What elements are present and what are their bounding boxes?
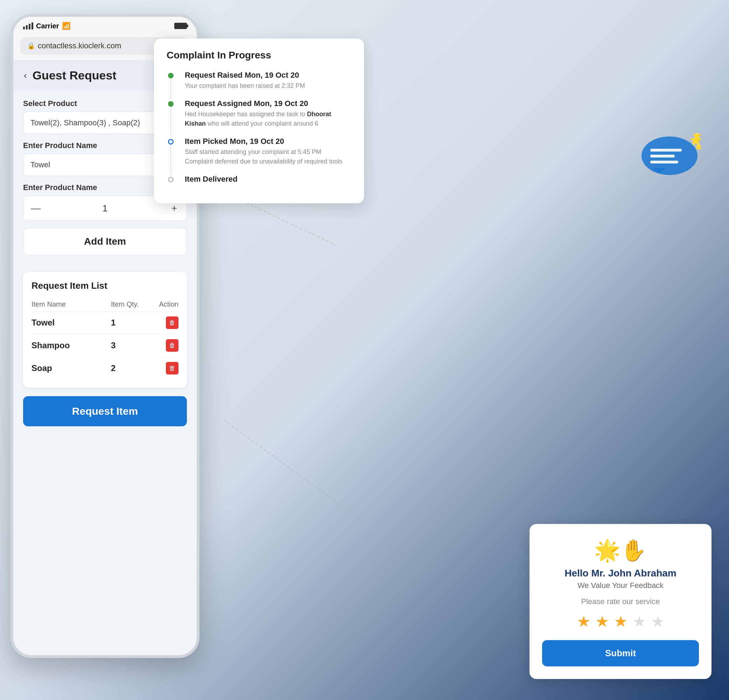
item-list-card: Request Item List Item Name Item Qty. Ac… xyxy=(23,272,187,388)
status-bar: Carrier 📶 xyxy=(13,17,197,33)
lock-icon: 🔒 xyxy=(27,42,35,50)
item-name: Soap xyxy=(32,363,111,373)
page-title: Guest Request xyxy=(33,68,116,82)
svg-rect-6 xyxy=(650,161,678,163)
star-5[interactable]: ★ xyxy=(651,613,665,630)
rate-label: Please rate our service xyxy=(542,597,699,606)
item-name: Towel xyxy=(32,318,111,328)
wifi-icon: 📶 xyxy=(62,22,71,30)
timeline-dot xyxy=(168,177,174,182)
complaint-card: Complaint In Progress Request Raised Mon… xyxy=(154,39,364,203)
timeline-event-title: Item Picked Mon, 19 Oct 20 xyxy=(185,137,351,146)
complaint-title: Complaint In Progress xyxy=(167,50,351,61)
timeline-event-desc: Staff started attending your complaint a… xyxy=(185,147,351,166)
submit-button[interactable]: Submit xyxy=(542,640,699,667)
stars-rating[interactable]: ★★★★★ xyxy=(542,613,699,630)
add-item-button[interactable]: Add Item xyxy=(23,228,187,255)
timeline: Request Raised Mon, 19 Oct 20 Your compl… xyxy=(167,71,351,184)
timeline-dot xyxy=(168,101,174,107)
item-qty: 3 xyxy=(111,341,151,350)
star-4[interactable]: ★ xyxy=(632,613,646,630)
star-3[interactable]: ★ xyxy=(614,613,627,630)
star-1[interactable]: ★ xyxy=(577,613,590,630)
timeline-item: Item Picked Mon, 19 Oct 20 Staff started… xyxy=(175,137,351,166)
item-qty: 2 xyxy=(111,363,151,373)
star-2[interactable]: ★ xyxy=(595,613,609,630)
delete-button[interactable]: 🗑 xyxy=(166,362,179,375)
table-header: Item Name Item Qty. Action xyxy=(32,298,179,311)
quantity-value: 1 xyxy=(48,203,162,214)
timeline-dot xyxy=(168,73,174,78)
item-list-title: Request Item List xyxy=(32,280,179,291)
item-name: Shampoo xyxy=(32,341,111,350)
timeline-dot xyxy=(168,139,174,145)
carrier-label: Carrier xyxy=(36,22,59,30)
delete-button[interactable]: 🗑 xyxy=(166,339,179,352)
timeline-event-desc: Hed Housekeeper has assigned the task to… xyxy=(185,110,351,128)
svg-rect-4 xyxy=(650,149,682,151)
back-button[interactable]: ‹ xyxy=(24,70,27,81)
chat-bubble-decoration: ⭐ ⭐ ⭐ xyxy=(638,133,708,189)
col-header-action: Action xyxy=(151,300,179,308)
table-row: Towel 1 🗑 xyxy=(32,311,179,334)
timeline-item: Request Raised Mon, 19 Oct 20 Your compl… xyxy=(175,71,351,91)
timeline-event-desc: Your complaint has been raised at 2:32 P… xyxy=(185,81,351,91)
svg-line-1 xyxy=(224,420,367,525)
delete-button[interactable]: 🗑 xyxy=(166,317,179,329)
col-header-name: Item Name xyxy=(32,300,111,308)
feedback-card: 🌟✋ Hello Mr. John Abraham We Value Your … xyxy=(530,524,712,679)
table-row: Soap 2 🗑 xyxy=(32,357,179,379)
timeline-item: Item Delivered xyxy=(175,175,351,184)
feedback-subtitle: We Value Your Feedback xyxy=(542,581,699,590)
status-left: Carrier 📶 xyxy=(23,22,71,30)
request-item-button[interactable]: Request Item xyxy=(23,396,187,426)
feedback-greeting: Hello Mr. John Abraham xyxy=(542,568,699,579)
col-header-qty: Item Qty. xyxy=(111,300,151,308)
timeline-item: Request Assigned Mon, 19 Oct 20 Hed Hous… xyxy=(175,99,351,128)
timeline-event-title: Item Delivered xyxy=(185,175,351,184)
svg-text:⭐: ⭐ xyxy=(692,133,701,140)
item-qty: 1 xyxy=(111,318,151,328)
svg-rect-5 xyxy=(650,155,675,157)
table-row: Shampoo 3 🗑 xyxy=(32,334,179,357)
url-text: contactless.kioclerk.com xyxy=(38,41,121,51)
signal-bars-icon xyxy=(23,22,33,29)
timeline-event-title: Request Assigned Mon, 19 Oct 20 xyxy=(185,99,351,108)
feedback-emoji: 🌟✋ xyxy=(542,538,699,563)
battery-icon xyxy=(174,23,187,29)
svg-text:⭐: ⭐ xyxy=(695,143,701,151)
timeline-event-title: Request Raised Mon, 19 Oct 20 xyxy=(185,71,351,80)
decrement-button[interactable]: — xyxy=(23,196,48,221)
item-rows: Towel 1 🗑 Shampoo 3 🗑 Soap 2 🗑 xyxy=(32,311,179,379)
